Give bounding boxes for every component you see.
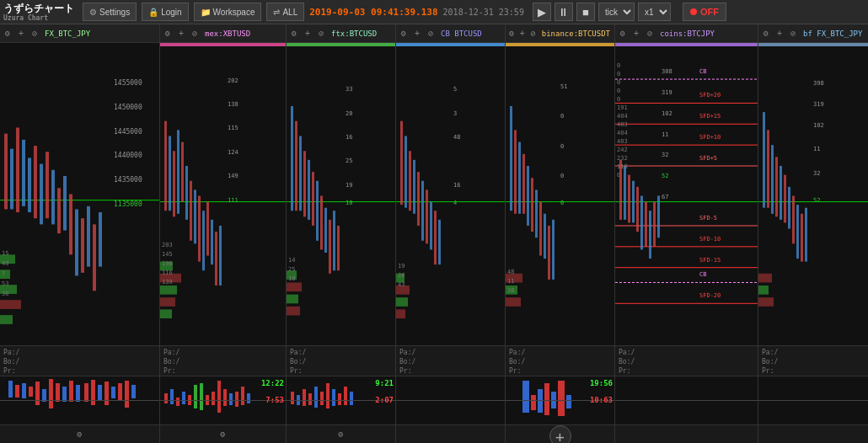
svg-rect-104 bbox=[531, 178, 533, 232]
play-button[interactable]: ▶ bbox=[533, 3, 551, 21]
svg-rect-48 bbox=[160, 309, 172, 318]
chart-ban-icon-binance[interactable]: ⊘ bbox=[528, 28, 538, 40]
svg-rect-200 bbox=[182, 392, 185, 404]
logo: うずらチャート Uzura Chart bbox=[3, 2, 78, 22]
speed-select[interactable]: x1 x2 x4 bbox=[638, 3, 671, 21]
svg-rect-36 bbox=[190, 181, 192, 241]
svg-text:51: 51 bbox=[560, 83, 567, 90]
status-bar-fx: Pa:/ Bo:/ Pr: bbox=[0, 345, 159, 376]
main-area: ⚙ + ⊘ FX_BTC_JPY bbox=[0, 24, 868, 443]
chart-ban-icon-ftx[interactable]: ⊘ bbox=[315, 28, 327, 40]
svg-rect-106 bbox=[539, 202, 542, 256]
chart-plus-icon-binance[interactable]: + bbox=[518, 28, 528, 40]
chart-gear-icon-mex[interactable]: ⚙ bbox=[162, 28, 174, 40]
svg-text:102: 102 bbox=[813, 122, 824, 129]
tick-select[interactable]: tick 1m 5m bbox=[598, 3, 635, 21]
bottom-svg-1 bbox=[0, 376, 159, 424]
off-button[interactable]: OFF bbox=[683, 3, 726, 21]
pause-button[interactable]: ⏸ bbox=[555, 3, 573, 21]
svg-rect-186 bbox=[69, 381, 73, 402]
bottom-gear-icon-2[interactable]: ⚙ bbox=[217, 429, 229, 440]
all-label: ALL bbox=[282, 8, 297, 17]
svg-text:16: 16 bbox=[346, 134, 352, 141]
chart-body-fx[interactable]: 1455000 1450000 1445000 1440000 1435000 … bbox=[0, 43, 159, 345]
svg-text:1135000: 1135000 bbox=[114, 200, 142, 208]
svg-rect-41 bbox=[211, 220, 213, 264]
svg-text:115: 115 bbox=[228, 125, 238, 131]
chart-title-binance: binance:BTCUSDT bbox=[539, 27, 613, 40]
bottom-value-bot-3: 2:07 bbox=[375, 396, 394, 404]
svg-rect-215 bbox=[303, 389, 306, 406]
svg-rect-161 bbox=[780, 166, 782, 220]
svg-rect-100 bbox=[514, 130, 517, 213]
svg-rect-158 bbox=[767, 130, 769, 207]
chart-body-mex[interactable]: 202 138 115 124 149 111 203145196116139 bbox=[160, 46, 286, 345]
bottom-panel-1: ⚙ bbox=[0, 376, 160, 443]
svg-rect-188 bbox=[84, 383, 88, 402]
status-bar-coins: Pa:/ Bo:/ Pr: bbox=[615, 345, 758, 376]
svg-rect-107 bbox=[544, 214, 546, 259]
svg-rect-199 bbox=[176, 398, 179, 406]
chart-ban-icon-fx[interactable]: ⊘ bbox=[29, 28, 40, 40]
chart-header-ftx: ⚙ + ⊘ ftx:BTCUSD bbox=[287, 24, 395, 43]
svg-rect-11 bbox=[63, 176, 67, 231]
svg-text:52: 52 bbox=[813, 197, 820, 204]
svg-rect-66 bbox=[333, 211, 335, 270]
chart-gear-icon-binance[interactable]: ⚙ bbox=[507, 28, 517, 40]
bottom-gear-icon-1[interactable]: ⚙ bbox=[74, 429, 86, 440]
svg-rect-10 bbox=[57, 188, 61, 233]
chart-ban-icon-bf[interactable]: ⊘ bbox=[787, 28, 799, 40]
svg-rect-198 bbox=[170, 389, 174, 404]
chart-plus-icon-coins[interactable]: + bbox=[630, 28, 642, 40]
chart-svg-cb: 5 3 48 16 4 bbox=[396, 46, 505, 345]
chart-body-coins[interactable]: CB SFD+20 SFD+15 SFD+10 SFD+5 SFD-5 SFD-… bbox=[615, 46, 758, 345]
svg-rect-108 bbox=[548, 226, 550, 280]
chart-ban-icon-mex[interactable]: ⊘ bbox=[189, 28, 201, 40]
svg-text:1455000: 1455000 bbox=[114, 79, 142, 87]
svg-rect-168 bbox=[758, 274, 772, 283]
login-lock-icon: 🔒 bbox=[148, 8, 158, 17]
chart-body-bf[interactable]: 398 319 102 11 32 52 bbox=[758, 46, 868, 345]
chart-gear-icon-coins[interactable]: ⚙ bbox=[617, 28, 629, 40]
svg-rect-157 bbox=[763, 112, 765, 208]
svg-rect-206 bbox=[217, 381, 221, 413]
svg-rect-57 bbox=[295, 121, 297, 211]
chart-gear-icon-ftx[interactable]: ⚙ bbox=[288, 28, 300, 40]
bottom-panel-4 bbox=[396, 376, 506, 443]
all-arrows-icon: ⇌ bbox=[273, 8, 280, 17]
chart-plus-icon-bf[interactable]: + bbox=[774, 28, 785, 40]
svg-rect-69 bbox=[287, 282, 302, 291]
bottom-gear-icon-3[interactable]: ⚙ bbox=[335, 429, 347, 440]
chart-gear-icon-bf[interactable]: ⚙ bbox=[760, 28, 772, 40]
svg-rect-105 bbox=[535, 189, 538, 238]
chart-plus-icon-fx[interactable]: + bbox=[15, 28, 27, 40]
topbar: うずらチャート Uzura Chart ⚙ Settings 🔒 Login 📁… bbox=[0, 0, 868, 24]
svg-text:SFD-5: SFD-5 bbox=[699, 215, 717, 222]
stop-button[interactable]: ■ bbox=[576, 3, 595, 21]
volume-labels-ftx: 142510 bbox=[288, 256, 295, 284]
add-panel-button[interactable]: + bbox=[549, 425, 571, 443]
logo-sub: Uzura Chart bbox=[3, 14, 74, 22]
chart-body-cb[interactable]: 5 3 48 16 4 192643 bbox=[396, 46, 505, 345]
svg-rect-162 bbox=[784, 175, 786, 223]
svg-text:SFD-20: SFD-20 bbox=[699, 292, 721, 299]
settings-button[interactable]: ⚙ Settings bbox=[83, 3, 137, 21]
chart-plus-icon-cb[interactable]: + bbox=[411, 28, 423, 40]
svg-rect-185 bbox=[62, 387, 67, 402]
workspace-label: Workspace bbox=[213, 8, 255, 17]
chart-ban-icon-coins[interactable]: ⊘ bbox=[644, 28, 656, 40]
chart-body-ftx[interactable]: 33 20 16 25 19 10 142510 bbox=[287, 46, 395, 345]
all-button[interactable]: ⇌ ALL bbox=[266, 3, 304, 21]
chart-gear-icon-fx[interactable]: ⚙ bbox=[2, 28, 13, 40]
chart-gear-icon-cb[interactable]: ⚙ bbox=[398, 28, 410, 40]
svg-rect-232 bbox=[566, 395, 571, 408]
chart-plus-icon-ftx[interactable]: + bbox=[302, 28, 313, 40]
chart-plus-icon-mex[interactable]: + bbox=[175, 28, 187, 40]
svg-text:398: 398 bbox=[813, 80, 824, 87]
workspace-button[interactable]: 📁 Workspace bbox=[194, 3, 262, 21]
login-button[interactable]: 🔒 Login bbox=[142, 3, 188, 21]
bottom-chart-7 bbox=[758, 376, 868, 424]
chart-ban-icon-cb[interactable]: ⊘ bbox=[425, 28, 437, 40]
chart-body-binance[interactable]: 51 0 0 0 0 481138 bbox=[506, 46, 614, 345]
svg-rect-56 bbox=[291, 106, 293, 211]
